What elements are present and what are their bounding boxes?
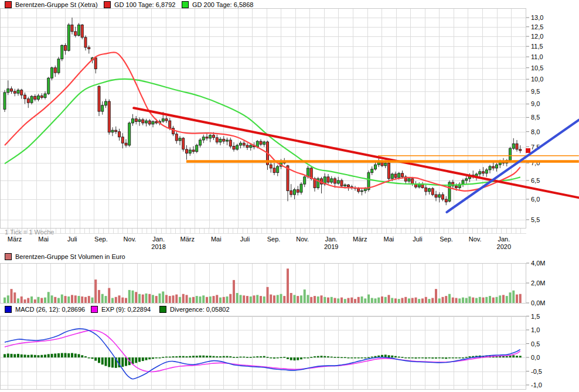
svg-text:8,5: 8,5 bbox=[531, 114, 540, 121]
volume-bar bbox=[54, 297, 56, 303]
histogram-bar bbox=[431, 357, 434, 359]
candle-down bbox=[34, 96, 36, 99]
volume-bar bbox=[431, 298, 434, 304]
candle-up bbox=[162, 119, 164, 121]
svg-text:9,5: 9,5 bbox=[531, 88, 540, 95]
volume-bar bbox=[438, 298, 441, 303]
volume-bar bbox=[223, 297, 225, 303]
candle-down bbox=[455, 186, 458, 188]
histogram-bar bbox=[209, 356, 212, 357]
histogram-bar bbox=[462, 357, 464, 359]
volume-bar bbox=[472, 298, 474, 303]
month-label: Jan. bbox=[325, 236, 338, 243]
volume-bar bbox=[280, 294, 282, 303]
volume-bar bbox=[94, 279, 97, 303]
volume-bar bbox=[67, 296, 70, 303]
month-label: Juli bbox=[67, 236, 77, 243]
chart-canvas[interactable]: 13,012,512,011,511,010,510,09,59,08,58,0… bbox=[0, 0, 579, 392]
histogram-bar bbox=[145, 357, 148, 360]
macd-legend: MACD (26, 12): 0,28696 EXP (9): 0,22894 … bbox=[0, 306, 579, 315]
histogram-bar bbox=[44, 354, 46, 357]
volume-bar bbox=[290, 293, 292, 303]
candle-down bbox=[142, 120, 144, 123]
volume-bar bbox=[7, 295, 9, 303]
volume-bar bbox=[105, 296, 107, 303]
histogram-bar bbox=[142, 357, 144, 361]
candle-down bbox=[24, 95, 26, 98]
svg-text:8,0: 8,0 bbox=[531, 128, 540, 135]
histogram-bar bbox=[250, 357, 252, 358]
volume-bar bbox=[209, 296, 212, 303]
volume-legend: Berentzen-Gruppe St Volumen in Euro bbox=[0, 253, 579, 262]
volume-bar bbox=[152, 295, 154, 303]
candle-up bbox=[209, 135, 212, 138]
volume-bar bbox=[371, 298, 373, 304]
candle-down bbox=[216, 138, 218, 142]
candle-up bbox=[331, 179, 333, 182]
candle-down bbox=[169, 121, 171, 128]
year-label: 2020 bbox=[497, 243, 511, 250]
volume-bar bbox=[482, 298, 485, 303]
histogram-bar bbox=[21, 354, 23, 357]
volume-bar bbox=[189, 298, 191, 303]
candle-down bbox=[411, 179, 414, 184]
panel-borders bbox=[1, 9, 526, 390]
trendline-resistance[interactable] bbox=[134, 108, 579, 197]
histogram-bar bbox=[283, 357, 285, 358]
volume-bar bbox=[253, 295, 256, 303]
histogram-bar bbox=[290, 357, 292, 360]
histogram-bar bbox=[425, 357, 427, 359]
histogram-bar bbox=[216, 356, 218, 357]
svg-text:11,0: 11,0 bbox=[531, 53, 543, 60]
histogram-bar bbox=[327, 356, 329, 357]
svg-text:1,0: 1,0 bbox=[531, 326, 540, 333]
histogram-bar bbox=[509, 356, 512, 357]
volume-bar bbox=[512, 291, 515, 303]
histogram-bar bbox=[111, 357, 114, 367]
histogram-bar bbox=[304, 357, 306, 359]
volume-bar bbox=[411, 298, 414, 304]
candle-up bbox=[384, 163, 387, 166]
histogram-bar bbox=[240, 357, 242, 358]
candle-down bbox=[21, 90, 23, 95]
candle-up bbox=[111, 130, 114, 132]
svg-text:10,0: 10,0 bbox=[531, 76, 543, 83]
candle-down bbox=[98, 86, 100, 111]
candle-up bbox=[101, 105, 104, 111]
volume-bar bbox=[361, 296, 363, 303]
volume-bar bbox=[179, 297, 181, 303]
histogram-bar bbox=[88, 357, 90, 359]
volume-bar bbox=[401, 298, 404, 304]
svg-text:9,0: 9,0 bbox=[531, 100, 540, 107]
volume-bar bbox=[91, 298, 94, 303]
year-label: 2018 bbox=[151, 243, 165, 250]
candle-down bbox=[121, 137, 124, 143]
volume-bar bbox=[304, 289, 306, 303]
volume-bar bbox=[192, 297, 195, 303]
volume-bar bbox=[236, 293, 239, 303]
volume-bar bbox=[148, 294, 151, 303]
candle-down bbox=[11, 89, 13, 91]
histogram-bar bbox=[175, 356, 178, 357]
histogram-bar bbox=[4, 354, 6, 357]
volume-bar bbox=[270, 295, 272, 303]
candle-up bbox=[509, 148, 512, 160]
volume-bar bbox=[47, 292, 50, 303]
histogram-bar bbox=[294, 357, 296, 360]
histogram-bar bbox=[135, 357, 137, 363]
volume-bar bbox=[17, 298, 19, 303]
volume-bar bbox=[485, 297, 488, 303]
histogram-bar bbox=[418, 357, 420, 359]
volume-bar bbox=[128, 290, 131, 303]
volume-bar bbox=[273, 295, 275, 303]
volume-bar bbox=[348, 298, 350, 304]
candle-down bbox=[270, 165, 272, 168]
exp-color-icon bbox=[91, 306, 98, 313]
candle-up bbox=[189, 150, 191, 153]
volume-bar bbox=[162, 291, 164, 303]
histogram-bar bbox=[334, 357, 336, 358]
candle-up bbox=[344, 185, 346, 186]
trendline-support[interactable] bbox=[447, 120, 578, 212]
histogram-bar bbox=[38, 355, 40, 357]
volume-bar bbox=[394, 298, 397, 303]
